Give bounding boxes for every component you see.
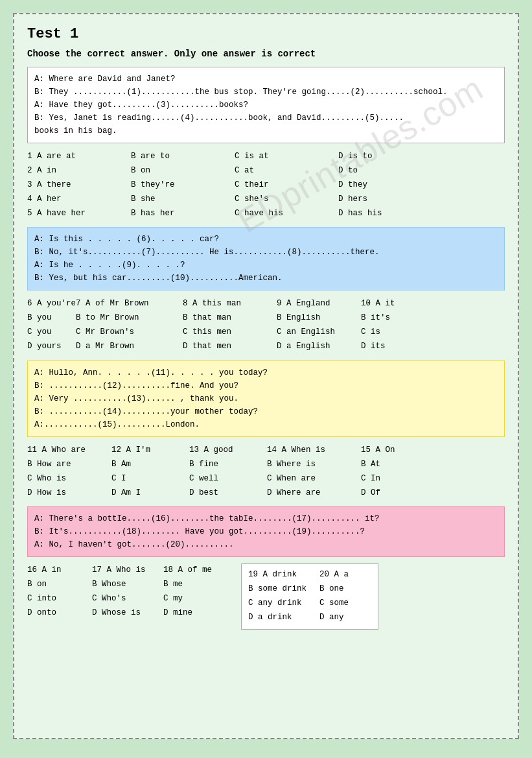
q9c: C an English — [277, 326, 361, 340]
q16a: 16 A in — [27, 563, 92, 578]
q16c: C into — [27, 592, 92, 606]
page-title: Test 1 — [27, 26, 505, 42]
q2c: C at — [235, 164, 338, 178]
passage-1-line-4: B: Yes, Janet is reading......(4).......… — [34, 112, 498, 124]
q20a: 20 A a — [319, 568, 371, 582]
answers-section-4: 16 A in 17 A Who is 18 A of me B on B Wh… — [27, 563, 505, 630]
q4a: 4 A her — [27, 193, 131, 207]
q11b: B How are — [27, 458, 111, 472]
q1a: 1 A are at — [27, 150, 131, 164]
passage-3-line-1: A: Hullo, Ann. . . . . .(11). . . . . yo… — [34, 366, 498, 379]
q2b: B on — [131, 164, 235, 178]
passage-1-line-3: A: Have they got.........(3)..........bo… — [34, 99, 498, 112]
q4d: D hers — [338, 193, 442, 207]
passage-4-line-2: B: It's...........(18)........ Have you … — [34, 525, 498, 538]
q2d: D to — [338, 164, 442, 178]
q7d: D a Mr Brown — [76, 340, 183, 354]
q13d: D best — [189, 486, 267, 501]
q12d: D Am I — [111, 486, 189, 501]
passage-4-line-3: A: No, I haven't got.......(20).........… — [34, 538, 498, 551]
q15c: C In — [361, 472, 413, 486]
q1b: B are to — [131, 150, 235, 164]
q10c: C is — [361, 326, 413, 340]
q4b: B she — [131, 193, 235, 207]
q16b: B on — [27, 578, 92, 592]
q11d: D How is — [27, 486, 111, 501]
page-subtitle: Choose the correct answer. Only one answ… — [27, 49, 505, 59]
answers-section-3: 11 A Who are 12 A I'm 13 A good 14 A Whe… — [27, 444, 505, 501]
q18b: B me — [163, 578, 228, 592]
q19a: 19 A drink — [248, 568, 319, 582]
q14c: C When are — [267, 472, 361, 486]
q6b: B you — [27, 311, 76, 326]
q5d: D has his — [338, 207, 442, 221]
passage-3-line-4: B: ...........(14)..........your mother … — [34, 405, 498, 418]
q15b: B At — [361, 458, 413, 472]
q16d: D onto — [27, 606, 92, 621]
passage-1-line-2: B: They ...........(1)...........the bus… — [34, 86, 498, 99]
passage-3: A: Hullo, Ann. . . . . .(11). . . . . yo… — [27, 361, 505, 437]
q7-label: 7 A of Mr Brown — [76, 297, 183, 311]
page-container: EDprintables.com Test 1 Choose the corre… — [13, 13, 519, 739]
answers-section-1: 1 A are at B are to C is at D is to 2 A … — [27, 150, 505, 220]
q6-label: 6 A you're — [27, 297, 76, 311]
q9b: B English — [277, 311, 361, 326]
q3b: B they're — [131, 178, 235, 193]
answers-4-left: 16 A in 17 A Who is 18 A of me B on B Wh… — [27, 563, 235, 621]
q12a: 12 A I'm — [111, 444, 189, 458]
q19b: B some drink — [248, 582, 319, 597]
passage-3-line-5: A:...........(15)..........London. — [34, 418, 498, 431]
q17d: D Whose is — [92, 606, 163, 621]
q2a: 2 A in — [27, 164, 131, 178]
q5a: 5 A have her — [27, 207, 131, 221]
passage-3-line-2: B: ...........(12)..........fine. And yo… — [34, 379, 498, 392]
q12b: B Am — [111, 458, 189, 472]
q11c: C Who is — [27, 472, 111, 486]
q13b: B fine — [189, 458, 267, 472]
q10-label: 10 A it — [361, 297, 413, 311]
q7c: C Mr Brown's — [76, 326, 183, 340]
passage-2-line-2: B: No, it's...........(7).......... He i… — [34, 246, 498, 259]
q13a: 13 A good — [189, 444, 267, 458]
passage-2-line-4: B: Yes, but his car.........(10)........… — [34, 272, 498, 285]
answers-4-right: 19 A drink 20 A a B some drink B one C a… — [241, 563, 378, 630]
q5c: C have his — [235, 207, 338, 221]
q18c: C my — [163, 592, 228, 606]
passage-1: A: Where are David and Janet? B: They ..… — [27, 67, 505, 143]
q10b: B it's — [361, 311, 413, 326]
q8d: D that men — [183, 340, 277, 354]
q1c: C is at — [235, 150, 338, 164]
q14d: D Where are — [267, 486, 361, 501]
q9d: D a English — [277, 340, 361, 354]
q19c: C any drink — [248, 597, 319, 611]
q1d: D is to — [338, 150, 442, 164]
q18d: D mine — [163, 606, 228, 621]
q12c: C I — [111, 472, 189, 486]
q20c: C some — [319, 597, 371, 611]
passage-3-line-3: A: Very ...........(13)...... , thank yo… — [34, 392, 498, 405]
q20b: B one — [319, 582, 371, 597]
q8-label: 8 A this man — [183, 297, 277, 311]
q3c: C their — [235, 178, 338, 193]
q20d: D any — [319, 611, 371, 625]
q11a: 11 A Who are — [27, 444, 111, 458]
q14a: 14 A When is — [267, 444, 361, 458]
passage-2-line-1: A: Is this . . . . . (6). . . . . car? — [34, 233, 498, 246]
passage-4: A: There's a bottIe.....(16)........the … — [27, 506, 505, 557]
q17b: B Whose — [92, 578, 163, 592]
q17c: C Who's — [92, 592, 163, 606]
q18a: 18 A of me — [163, 563, 228, 578]
passage-2: A: Is this . . . . . (6). . . . . car? B… — [27, 227, 505, 290]
q13c: C well — [189, 472, 267, 486]
q17a: 17 A Who is — [92, 563, 163, 578]
passage-1-line-1: A: Where are David and Janet? — [34, 73, 498, 86]
q7b: B to Mr Brown — [76, 311, 183, 326]
q3a: 3 A there — [27, 178, 131, 193]
passage-4-line-1: A: There's a bottIe.....(16)........the … — [34, 512, 498, 525]
q3d: D they — [338, 178, 442, 193]
passage-2-line-3: A: Is he . . . . .(9). . . . .? — [34, 259, 498, 272]
q5b: B has her — [131, 207, 235, 221]
q19d: D a drink — [248, 611, 319, 625]
q9-label: 9 A England — [277, 297, 361, 311]
q10d: D its — [361, 340, 413, 354]
